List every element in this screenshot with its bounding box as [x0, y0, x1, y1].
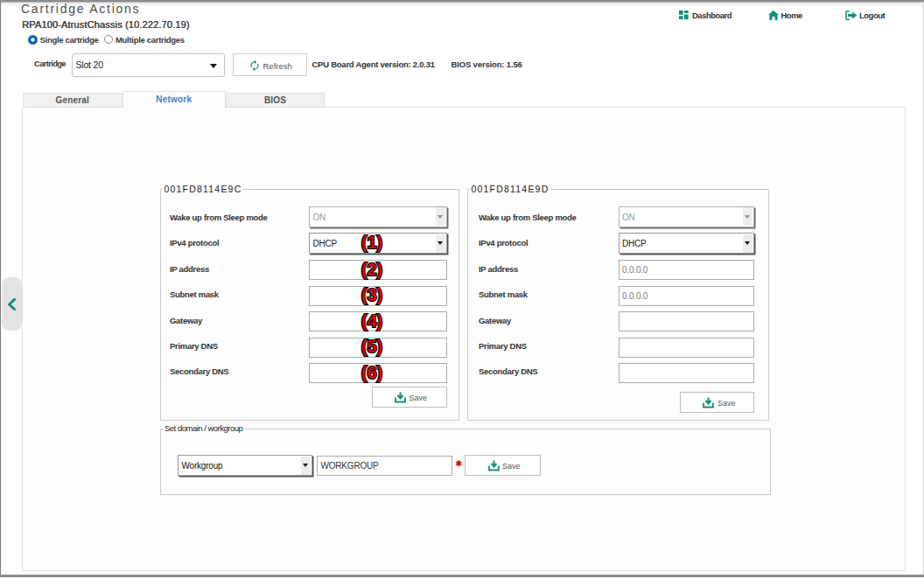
svg-text:(4): (4) [361, 311, 382, 331]
svg-text:(2): (2) [361, 260, 382, 279]
svg-text:(3): (3) [361, 285, 382, 304]
svg-text:(6): (6) [361, 363, 382, 382]
svg-text:(1): (1) [361, 233, 382, 252]
svg-text:(5): (5) [361, 337, 382, 356]
